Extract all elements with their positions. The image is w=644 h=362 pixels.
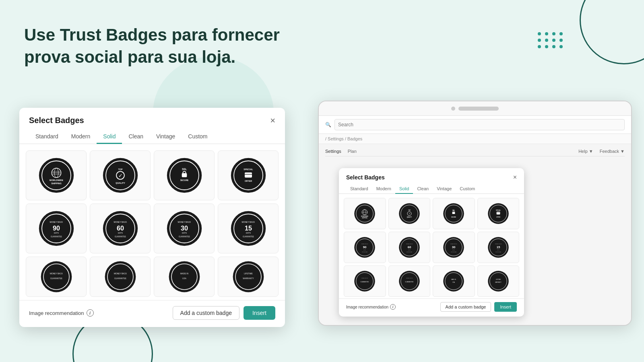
page-title: Use Trust Badges para fornecer prova soc… [24,24,290,68]
badge-item-special-small[interactable]: SPECIAL OFFER [477,198,520,229]
badge-item-ssl[interactable]: SSL SECURE [154,150,215,200]
badge-item-mb-a[interactable]: MONEY BACK GUARANTEE [26,257,87,297]
tab-small-solid[interactable]: Solid [395,184,413,194]
svg-rect-105 [245,173,252,178]
svg-text:SHIPPING: SHIPPING [362,217,367,219]
svg-text:SHIPPING: SHIPPING [51,182,62,185]
tab-small-modern[interactable]: Modern [372,184,395,194]
badge-item-madein-small[interactable]: MADE IN USA [433,265,475,297]
insert-button-small[interactable]: Insert [494,302,517,312]
badge-item-mb90-small[interactable]: MONEY BACK 90 DAYS GUARANTEE [344,232,386,263]
svg-point-148 [173,266,195,288]
tab-small-vintage[interactable]: Vintage [433,184,456,194]
badge-item-quality[interactable]: TOP ✓ QUALITY [90,150,151,200]
dialog-close-button[interactable]: × [270,116,275,125]
badge-item-ssl-small[interactable]: SSL SECURE [433,198,475,229]
badge-item-madein[interactable]: MADE IN USA [154,257,215,297]
dialog-small-tabs: Standard Modern Solid Clean Vintage Cust… [339,181,524,194]
dialog-small-close-button[interactable]: × [513,174,517,181]
svg-text:90: 90 [363,245,367,249]
dialog-small-footer: Image recommendation i Add a custom badg… [339,298,524,317]
svg-text:60: 60 [407,245,411,249]
svg-text:GUARANTEE: GUARANTEE [178,236,190,238]
tablet-circle [451,107,455,111]
svg-text:MONEY BACK: MONEY BACK [242,221,255,223]
badge-item-mb60[interactable]: MONEY BACK 60 DAYS GUARANTEE [90,204,151,253]
badge-item-lifetime-small[interactable]: LIFETIME WARRANTY [477,265,520,297]
svg-text:GUARANTEE: GUARANTEE [361,281,369,283]
svg-text:GUARANTEE: GUARANTEE [50,278,62,280]
badge-item-mb-a-small[interactable]: MONEY BACK GUARANTEE [344,265,386,297]
tab-standard[interactable]: Standard [29,130,65,144]
svg-text:GUARANTEE: GUARANTEE [50,236,62,238]
badge-item-mb90[interactable]: MONEY BACK 90 DAYS GUARANTEE [26,204,87,253]
svg-text:MONEY BACK: MONEY BACK [406,278,413,279]
svg-point-69 [446,274,461,288]
badge-item-mb15-small[interactable]: MONEY BACK 15 DAYS GUARANTEE [477,232,520,263]
badge-item-quality-small[interactable]: TOP ✓ QUALITY [388,198,431,229]
badge-item-mb30[interactable]: MONEY BACK 30 DAYS GUARANTEE [154,204,215,253]
svg-text:MONEY BACK: MONEY BACK [50,221,63,223]
svg-text:60: 60 [116,224,124,232]
badges-grid: WORLDWIDE SHIPPING TOP ✓ QUALITY SSL [19,144,285,300]
tablet-tab-plan[interactable]: Plan [348,149,357,154]
svg-point-153 [237,266,259,288]
svg-rect-26 [496,212,500,215]
svg-text:TOP: TOP [118,168,122,171]
tab-custom[interactable]: Custom [182,130,214,144]
svg-text:MONEY BACK: MONEY BACK [406,243,413,245]
badge-item-mb-b-small[interactable]: MONEY BACK GUARANTEE [388,265,431,297]
add-custom-badge-button[interactable]: Add a custom badge [173,306,239,320]
svg-text:USA: USA [452,282,455,283]
tab-small-clean[interactable]: Clean [413,184,433,194]
badge-item-special[interactable]: SPECIAL OFFER [218,150,279,200]
tab-small-custom[interactable]: Custom [456,184,479,194]
image-recommendation: Image recommendation i [29,309,94,317]
badge-item-worldwide-small[interactable]: WORLDWIDE SHIPPING [344,198,386,229]
insert-button[interactable]: Insert [244,306,275,320]
svg-text:GUARANTEE: GUARANTEE [405,281,414,283]
badge-item-worldwide[interactable]: WORLDWIDE SHIPPING [26,150,87,200]
svg-text:GUARANTEE: GUARANTEE [451,251,456,252]
tab-vintage[interactable]: Vintage [150,130,182,144]
tablet-search-input[interactable] [334,119,625,130]
svg-text:30: 30 [180,224,188,232]
tablet-tab-settings[interactable]: Settings [325,149,341,154]
svg-text:LIFETIME: LIFETIME [495,279,501,280]
badge-item-mb-b[interactable]: MONEY BACK GUARANTEE [90,257,151,297]
badge-item-mb60-small[interactable]: MONEY BACK 60 DAYS GUARANTEE [388,232,431,263]
svg-text:GUARANTEE: GUARANTEE [362,251,367,252]
dialog-small-title: Select Badges [346,174,385,181]
tab-small-standard[interactable]: Standard [346,184,372,194]
svg-text:DAYS: DAYS [497,249,500,250]
footer-buttons: Add a custom badge Insert [173,306,275,320]
svg-text:SECURE: SECURE [451,216,456,218]
svg-text:SECURE: SECURE [180,179,188,181]
tab-clean[interactable]: Clean [122,130,150,144]
tab-solid[interactable]: Solid [97,130,122,144]
svg-point-138 [45,266,67,288]
tab-modern[interactable]: Modern [65,130,97,144]
svg-text:30: 30 [452,245,456,249]
svg-text:WORLDWIDE: WORLDWIDE [49,179,63,181]
svg-text:GUARANTEE: GUARANTEE [495,251,501,252]
info-icon: i [87,309,94,317]
dialog-footer: Image recommendation i Add a custom badg… [19,300,285,327]
svg-text:90: 90 [52,224,60,232]
svg-text:TOP: TOP [408,210,411,211]
tablet-feedback[interactable]: Feedback ▼ [600,149,625,154]
tablet-content: 🔍 / Settings / Badges Settings Plan Help… [319,116,631,325]
tablet-help[interactable]: Help ▼ [578,149,593,154]
svg-text:WARRANTY: WARRANTY [243,278,254,280]
svg-text:LIFETIME: LIFETIME [244,273,253,275]
badges-grid-small-row2: MONEY BACK 90 DAYS GUARANTEE MONEY BACK [339,232,524,265]
svg-text:GUARANTEE: GUARANTEE [114,236,126,238]
badge-item-mb15[interactable]: MONEY BACK 15 DAYS GUARANTEE [218,204,279,253]
badge-item-lifetime[interactable]: LIFETIME WARRANTY [218,257,279,297]
svg-text:MADE IN: MADE IN [180,273,189,275]
bg-circle-top-right [580,0,644,64]
add-custom-badge-button-small[interactable]: Add a custom badge [440,302,491,312]
badge-item-mb30-small[interactable]: MONEY BACK 30 DAYS GUARANTEE [433,232,475,263]
svg-text:QUALITY: QUALITY [407,216,412,218]
img-rec-label-small: Image recommendation [346,305,388,309]
